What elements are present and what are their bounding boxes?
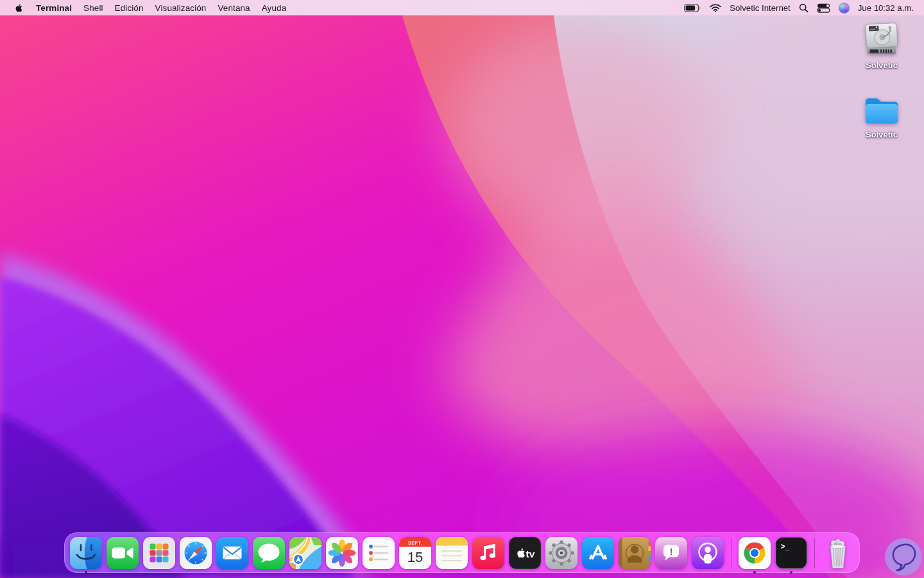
- menu-bar-left: Terminal Shell Edición Visualización Ven…: [0, 0, 292, 15]
- siri-icon[interactable]: [839, 3, 850, 13]
- app-store-icon: [582, 537, 614, 569]
- dock-mail[interactable]: [216, 537, 248, 569]
- dock-notes[interactable]: [436, 537, 468, 569]
- running-indicator: [85, 571, 87, 574]
- messages-icon: [253, 537, 285, 569]
- dock-google-chrome[interactable]: [739, 537, 771, 569]
- calendar-month: SEPT.: [408, 540, 422, 545]
- calendar-day: 15: [407, 549, 423, 565]
- menu-edicion[interactable]: Edición: [109, 0, 150, 15]
- menu-ventana[interactable]: Ventana: [212, 0, 255, 15]
- battery-icon[interactable]: [684, 4, 701, 12]
- dock-tv[interactable]: tv: [509, 537, 541, 569]
- menu-bar-status: Solvetic Internet Jue 10:32 a.m.: [684, 0, 924, 15]
- dock-system-preferences[interactable]: [545, 537, 578, 569]
- desktop-icon-label: Solvetic: [855, 130, 909, 139]
- dock-finder[interactable]: [70, 537, 102, 569]
- dock: SEPT. 15: [64, 532, 860, 573]
- dock-music[interactable]: [472, 537, 504, 569]
- dock-separator: [814, 538, 815, 568]
- facetime-icon: [107, 537, 139, 569]
- dock-contacts[interactable]: [619, 537, 651, 569]
- photos-icon: [326, 537, 358, 569]
- gear-icon: [545, 537, 578, 569]
- desktop-icon-label: Solvetic: [855, 60, 909, 70]
- terminal-icon: >_: [775, 537, 807, 569]
- apple-menu[interactable]: [8, 0, 30, 15]
- menu-app-name[interactable]: Terminal: [30, 0, 78, 15]
- wifi-icon[interactable]: [710, 4, 721, 12]
- tv-icon: tv: [509, 537, 541, 569]
- calendar-icon: SEPT. 15: [399, 537, 431, 569]
- music-icon: [472, 537, 504, 569]
- control-center-icon[interactable]: [817, 3, 830, 13]
- menu-bar-clock[interactable]: Jue 10:32 a.m.: [858, 3, 914, 13]
- wifi-network-name[interactable]: Solvetic Internet: [730, 3, 791, 13]
- maps-icon: [289, 537, 321, 569]
- menu-visualizacion[interactable]: Visualización: [150, 0, 212, 15]
- notes-icon: [436, 537, 468, 569]
- dock-trash[interactable]: [822, 537, 854, 569]
- spotlight-search-icon[interactable]: [799, 3, 809, 13]
- tv-label: tv: [526, 548, 535, 559]
- dock-app-store[interactable]: [582, 537, 614, 569]
- dock-reminders[interactable]: [363, 537, 395, 569]
- hard-drive-icon: [862, 21, 902, 58]
- menu-shell[interactable]: Shell: [78, 0, 109, 15]
- finder-icon: [70, 537, 102, 569]
- terminal-prompt-glyph: >_: [781, 542, 790, 551]
- wallpaper: [0, 0, 924, 578]
- dock-separator: [731, 538, 732, 568]
- launchpad-icon: [143, 537, 175, 569]
- menu-bar: Terminal Shell Edición Visualización Ven…: [0, 0, 924, 15]
- running-indicator: [790, 571, 792, 574]
- podcasts-icon: [692, 537, 724, 569]
- dock-launchpad[interactable]: [143, 537, 175, 569]
- dock-maps[interactable]: [289, 537, 321, 569]
- solvetic-watermark-icon: [884, 538, 923, 576]
- safari-icon: [180, 537, 212, 569]
- desktop-icon-folder[interactable]: Solvetic: [855, 95, 909, 139]
- dock-feedback-assistant[interactable]: !: [655, 537, 687, 569]
- dock-podcasts[interactable]: [692, 537, 724, 569]
- dock-photos[interactable]: [326, 537, 358, 569]
- dock-safari[interactable]: [180, 537, 212, 569]
- dock-messages[interactable]: [253, 537, 285, 569]
- apple-logo-icon: [14, 3, 24, 13]
- trash-icon: [822, 537, 854, 569]
- dock-facetime[interactable]: [107, 537, 139, 569]
- feedback-assistant-icon: !: [655, 537, 687, 569]
- desktop: Terminal Shell Edición Visualización Ven…: [0, 0, 924, 578]
- running-indicator: [753, 571, 756, 574]
- menu-ayuda[interactable]: Ayuda: [256, 0, 293, 15]
- reminders-icon: [363, 537, 395, 569]
- dock-calendar[interactable]: SEPT. 15: [399, 537, 431, 569]
- folder-icon: [863, 95, 900, 127]
- feedback-exclamation: !: [670, 546, 673, 556]
- mail-icon: [216, 537, 248, 569]
- dock-terminal[interactable]: >_: [775, 537, 807, 569]
- contacts-icon: [619, 537, 651, 569]
- desktop-icon-hard-drive[interactable]: Solvetic: [855, 21, 909, 70]
- chrome-icon: [739, 537, 771, 569]
